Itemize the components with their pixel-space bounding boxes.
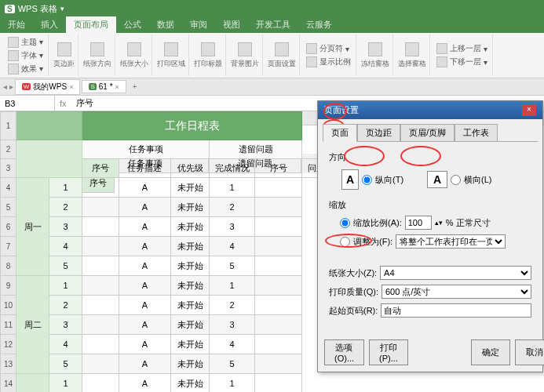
ribbon: 主题▾ 字体▾ 效果▾ 页边距 纸张方向 纸张大小 打印区域 打印标题 背景图片… xyxy=(0,33,544,78)
breaks-icon xyxy=(306,43,317,54)
orient-icon xyxy=(90,42,104,56)
close-icon[interactable]: × xyxy=(115,83,119,91)
menu-view[interactable]: 视图 xyxy=(215,16,248,33)
ribbon-breaks[interactable]: 分页符▾ xyxy=(306,43,349,54)
dialog-close-icon[interactable]: × xyxy=(522,104,536,116)
landscape-option[interactable]: A 横向(L) xyxy=(427,171,491,188)
menu-bar: 开始 插入 页面布局 公式 数据 审阅 视图 开发工具 云服务 xyxy=(0,17,544,33)
ok-button[interactable]: 确定 xyxy=(471,339,510,365)
bring-icon xyxy=(436,43,447,54)
menu-review[interactable]: 审阅 xyxy=(182,16,215,33)
quality-row: 打印质量(Q): 600 点/英寸 xyxy=(329,285,531,299)
doc-tab-add[interactable]: + xyxy=(128,82,142,91)
ribbon-selpane[interactable]: 选择窗格 xyxy=(395,34,430,76)
ribbon-orient[interactable]: 纸张方向 xyxy=(80,34,115,76)
orient-options: A 纵向(T) A 横向(L) xyxy=(341,169,531,190)
name-box[interactable]: B3 xyxy=(0,96,55,111)
formula-value[interactable]: 序号 xyxy=(71,97,98,109)
menu-page-layout[interactable]: 页面布局 xyxy=(66,16,116,33)
landscape-radio[interactable] xyxy=(451,175,461,185)
app-logo: S xyxy=(5,5,15,13)
fit-to-radio[interactable] xyxy=(340,237,350,247)
orient-label: 方向 xyxy=(329,151,531,163)
scale-ratio-input[interactable] xyxy=(405,216,432,230)
cancel-button[interactable]: 取消 xyxy=(515,339,544,365)
ribbon-area[interactable]: 打印区域 xyxy=(154,34,189,76)
menu-dev[interactable]: 开发工具 xyxy=(248,16,298,33)
menu-insert[interactable]: 插入 xyxy=(33,16,66,33)
data-table: 1 工作日程表 2 任务事项 遗留问题 3 序号 任务描述 优先级 完成情况 序… xyxy=(0,111,348,392)
portrait-radio[interactable] xyxy=(362,175,372,185)
menu-data[interactable]: 数据 xyxy=(149,16,182,33)
ribbon-panes[interactable]: 冻结窗格 xyxy=(358,34,393,76)
dialog-tabs: 页面 页边距 页眉/页脚 工作表 xyxy=(318,119,542,141)
theme-icon xyxy=(8,37,19,48)
firstpage-input[interactable] xyxy=(381,303,531,318)
ribbon-theme[interactable]: 主题▾ xyxy=(8,37,43,48)
scale-label: 缩放 xyxy=(329,199,531,211)
dialog-tab-header[interactable]: 页眉/页脚 xyxy=(400,124,455,141)
quality-select[interactable]: 600 点/英寸 xyxy=(382,285,531,299)
size-icon xyxy=(127,42,141,56)
panes-icon xyxy=(368,42,382,56)
doc-tab-wps[interactable]: 我的WPS× xyxy=(15,79,81,95)
ribbon-scale[interactable]: 显示比例 xyxy=(306,56,351,67)
selpane-icon xyxy=(405,42,419,56)
fx-icon[interactable]: fx xyxy=(55,99,71,108)
print-button[interactable]: 打印(P)... xyxy=(369,339,408,365)
dialog-body: 方向 A 纵向(T) A 横向(L) 缩放 缩放比例(A): ▴▾ % 正常尺寸… xyxy=(323,141,538,328)
ribbon-bring[interactable]: 上移一层▾ xyxy=(436,43,487,54)
titles-icon xyxy=(201,42,215,56)
scale-ratio-row: 缩放比例(A): ▴▾ % 正常尺寸 xyxy=(340,216,531,230)
ribbon-size[interactable]: 纸张大小 xyxy=(117,34,152,76)
dialog-titlebar[interactable]: 页面设置 × xyxy=(318,101,542,119)
menu-formula[interactable]: 公式 xyxy=(116,16,149,33)
app-dropdown-icon[interactable]: ▾ xyxy=(60,5,64,13)
scale-ratio-radio[interactable] xyxy=(340,218,350,228)
app-name: WPS 表格 xyxy=(18,3,57,15)
dialog-title: 页面设置 xyxy=(324,104,359,116)
margins-icon xyxy=(57,42,71,56)
doc-tab-61[interactable]: 61 *× xyxy=(82,80,126,93)
ribbon-arrange-group: 上移一层▾ 下移一层▾ xyxy=(432,34,493,76)
send-icon xyxy=(436,56,447,67)
fit-to-select[interactable]: 将整个工作表打印在一页 xyxy=(396,234,506,249)
scale-icon xyxy=(306,56,317,67)
paper-row: 纸张大小(Z): A4 xyxy=(329,266,531,280)
portrait-option[interactable]: A 纵向(T) xyxy=(341,169,403,190)
fit-to-row: 调整为(F): 将整个工作表打印在一页 xyxy=(340,234,531,249)
ribbon-font[interactable]: 字体▾ xyxy=(8,50,43,61)
spinner-icon[interactable]: ▴▾ xyxy=(435,219,443,227)
menu-start[interactable]: 开始 xyxy=(0,16,33,33)
titlebar: S WPS 表格 ▾ xyxy=(0,0,544,17)
doc-tab-chevron[interactable]: ◂ ▸ xyxy=(3,82,13,91)
ribbon-theme-group: 主题▾ 字体▾ 效果▾ xyxy=(3,34,49,76)
ribbon-margins[interactable]: 页边距 xyxy=(50,34,78,76)
dialog-tab-sheet[interactable]: 工作表 xyxy=(455,124,498,141)
dialog-tab-page[interactable]: 页面 xyxy=(323,124,357,142)
dialog-tab-margins[interactable]: 页边距 xyxy=(357,124,400,141)
ribbon-breaks-group: 分页符▾ 显示比例 xyxy=(301,34,356,76)
ribbon-pagesetup[interactable]: 页面设置 xyxy=(265,34,300,76)
close-icon[interactable]: × xyxy=(69,83,73,91)
page-setup-dialog: 页面设置 × 页面 页边距 页眉/页脚 工作表 方向 A 纵向(T) A 横向(… xyxy=(317,100,543,372)
paper-size-select[interactable]: A4 xyxy=(380,266,531,280)
bgimg-icon xyxy=(238,42,252,56)
options-button[interactable]: 选项(O)... xyxy=(324,339,364,365)
portrait-icon: A xyxy=(341,169,359,190)
doc-tabs: ◂ ▸ 我的WPS× 61 *× + xyxy=(0,78,544,96)
pagesetup-icon xyxy=(275,42,289,56)
landscape-icon: A xyxy=(427,171,447,188)
dialog-buttons: 选项(O)... 打印(P)... 确定 取消 xyxy=(318,333,542,372)
firstpage-row: 起始页码(R): xyxy=(329,303,531,318)
ribbon-effect[interactable]: 效果▾ xyxy=(8,64,43,74)
ribbon-bgimg[interactable]: 背景图片 xyxy=(228,34,263,76)
ribbon-titles[interactable]: 打印标题 xyxy=(191,34,226,76)
effect-icon xyxy=(8,64,19,74)
ribbon-send[interactable]: 下移一层▾ xyxy=(436,56,487,67)
font-icon xyxy=(8,50,19,61)
area-icon xyxy=(164,42,178,56)
menu-cloud[interactable]: 云服务 xyxy=(298,16,340,33)
